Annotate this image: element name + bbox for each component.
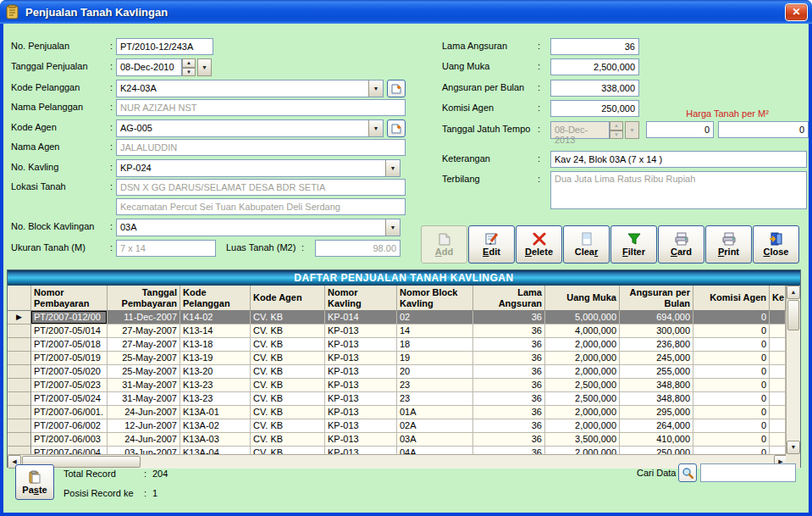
dropdown-arrow-icon[interactable]: ▼ bbox=[385, 219, 400, 236]
table-cell: 20 bbox=[397, 365, 473, 379]
tanggal-penjualan-value[interactable]: 08-Dec-2010 bbox=[116, 58, 182, 76]
spin-up-icon[interactable]: ▲ bbox=[182, 58, 196, 68]
table-cell: KP-013 bbox=[325, 365, 397, 379]
row-selector[interactable] bbox=[8, 433, 31, 447]
row-selector[interactable] bbox=[8, 406, 31, 419]
dropdown-arrow-icon[interactable]: ▼ bbox=[368, 80, 383, 97]
search-input[interactable] bbox=[700, 463, 796, 482]
clear-button[interactable]: Clear bbox=[563, 225, 610, 264]
table-row[interactable]: PT/2007-06/00324-Jun-2007K13A-03CV. KBKP… bbox=[8, 433, 786, 447]
row-selector[interactable] bbox=[8, 338, 31, 352]
table-cell: K13A-04 bbox=[180, 447, 251, 454]
delete-button[interactable]: Delete bbox=[516, 225, 562, 264]
uang-muka-input[interactable] bbox=[550, 58, 639, 75]
tanggal-penjualan-picker[interactable]: 08-Dec-2010 ▲ ▼ ▼ bbox=[116, 58, 212, 76]
add-agen-button[interactable] bbox=[387, 119, 406, 137]
table-cell: 23 bbox=[397, 379, 473, 392]
kode-agen-combo[interactable]: AG-005 ▼ bbox=[116, 119, 384, 137]
table-cell: 19 bbox=[397, 352, 473, 365]
table-cell: K13-23 bbox=[180, 379, 251, 392]
harga-tanah-input-2[interactable] bbox=[718, 121, 809, 138]
table-cell bbox=[770, 406, 786, 419]
row-selector[interactable] bbox=[8, 419, 31, 433]
table-row[interactable]: PT/2007-06/00403-Jun-2007K13A-04CV. KBKP… bbox=[8, 447, 786, 454]
vscroll-thumb[interactable] bbox=[787, 300, 799, 330]
table-cell: 31-May-2007 bbox=[108, 379, 180, 392]
kode-agen-value: AG-005 bbox=[117, 120, 368, 136]
column-header[interactable]: Nomor Pembayaran bbox=[31, 286, 108, 311]
no-block-combo[interactable]: 03A ▼ bbox=[116, 219, 400, 236]
spin-down-icon[interactable]: ▼ bbox=[182, 68, 196, 77]
table-cell: 18 bbox=[397, 338, 473, 352]
komisi-agen-input[interactable] bbox=[550, 100, 639, 117]
filter-button[interactable]: Filter bbox=[610, 225, 657, 264]
no-block-label: No. Block Kavlingan bbox=[11, 221, 94, 231]
harga-tanah-input-1[interactable] bbox=[646, 121, 714, 138]
lama-angsuran-input[interactable] bbox=[550, 38, 639, 55]
row-selector[interactable] bbox=[8, 352, 31, 365]
keterangan-input[interactable] bbox=[550, 151, 807, 168]
table-row[interactable]: PT/2007-05/02025-May-2007K13-20CV. KBKP-… bbox=[8, 365, 786, 379]
dropdown-arrow-icon[interactable]: ▼ bbox=[385, 160, 400, 176]
angsuran-per-bulan-input[interactable] bbox=[550, 80, 639, 97]
table-cell: KP-013 bbox=[325, 447, 397, 454]
table-cell: 0 bbox=[693, 325, 770, 338]
column-header[interactable]: Ke bbox=[770, 286, 786, 311]
table-row[interactable]: PT/2007-06/00212-Jun-2007K13A-02CV. KBKP… bbox=[8, 419, 786, 433]
row-selector[interactable] bbox=[8, 392, 31, 406]
horizontal-scrollbar[interactable]: ◀ ▶ bbox=[8, 454, 787, 469]
column-header[interactable]: Uang Muka bbox=[545, 286, 620, 311]
dropdown-arrow-icon[interactable]: ▼ bbox=[368, 120, 383, 136]
column-header[interactable]: Tanggal Pembayaran bbox=[108, 286, 180, 311]
row-selector[interactable] bbox=[8, 365, 31, 379]
scroll-up-icon[interactable]: ▲ bbox=[787, 286, 800, 299]
no-kavling-combo[interactable]: KP-024 ▼ bbox=[116, 159, 400, 177]
table-row[interactable]: PT/2007-06/001.24-Jun-2007K13A-01CV. KBK… bbox=[8, 406, 786, 419]
column-header[interactable]: Kode Pelanggan bbox=[180, 286, 251, 311]
table-cell: CV. KB bbox=[251, 406, 325, 419]
close-form-button[interactable]: Close bbox=[753, 225, 799, 264]
table-cell: 0 bbox=[693, 379, 770, 392]
table-cell: 2,000,000 bbox=[545, 419, 620, 433]
column-header[interactable]: Lama Angsuran bbox=[473, 286, 545, 311]
table-cell: 0 bbox=[693, 392, 770, 406]
calendar-dropdown-icon[interactable]: ▼ bbox=[197, 58, 212, 76]
column-header[interactable]: Angsuran per Bulan bbox=[620, 286, 693, 311]
row-selector-icon[interactable]: ▶ bbox=[8, 311, 31, 325]
colon: : bbox=[144, 469, 146, 479]
paste-button[interactable]: Paste bbox=[15, 464, 54, 500]
table-row[interactable]: PT/2007-05/02331-May-2007K13-23CV. KBKP-… bbox=[8, 379, 786, 392]
search-button[interactable] bbox=[678, 463, 697, 482]
row-selector[interactable] bbox=[8, 379, 31, 392]
row-selector[interactable] bbox=[8, 447, 31, 454]
table-cell: 36 bbox=[473, 433, 545, 447]
column-header[interactable]: Nomor Block Kavling bbox=[397, 286, 473, 311]
table-row[interactable]: PT/2007-05/01925-May-2007K13-19CV. KBKP-… bbox=[8, 352, 786, 365]
app-icon bbox=[5, 4, 20, 19]
kode-pelanggan-combo[interactable]: K24-03A ▼ bbox=[116, 80, 384, 97]
no-penjualan-input[interactable] bbox=[116, 38, 213, 55]
column-header[interactable]: Komisi Agen bbox=[693, 286, 770, 311]
table-cell: CV. KB bbox=[251, 379, 325, 392]
table-row[interactable]: PT/2007-05/02431-May-2007K13-23CV. KBKP-… bbox=[8, 392, 786, 406]
column-header[interactable]: Nomor Kavling bbox=[325, 286, 397, 311]
table-row[interactable]: PT/2007-05/01427-May-2007K13-14CV. KBKP-… bbox=[8, 325, 786, 338]
print-button[interactable]: Print bbox=[705, 225, 752, 264]
data-grid: DAFTAR PENJUALAN TANAH KAVLINGAN Nomor P… bbox=[7, 269, 801, 468]
scroll-down-icon[interactable]: ▼ bbox=[787, 441, 800, 454]
close-button[interactable]: ✕ bbox=[785, 3, 808, 21]
table-row[interactable]: PT/2007-05/01827-May-2007K13-18CV. KBKP-… bbox=[8, 338, 786, 352]
column-header[interactable]: Kode Agen bbox=[251, 286, 325, 311]
add-pelanggan-button[interactable] bbox=[387, 80, 406, 97]
table-row[interactable]: ▶PT/2007-012/0011-Dec-2007K14-02CV. KBKP… bbox=[8, 311, 786, 325]
table-cell: 236,800 bbox=[620, 338, 693, 352]
posisi-record-value: 1 bbox=[152, 488, 157, 498]
table-cell bbox=[770, 311, 786, 325]
vertical-scrollbar[interactable]: ▲ ▼ bbox=[786, 286, 800, 454]
card-button[interactable]: Card bbox=[658, 225, 704, 264]
row-selector[interactable] bbox=[8, 325, 31, 338]
edit-button[interactable]: Edit bbox=[468, 225, 515, 264]
table-cell: KP-013 bbox=[325, 392, 397, 406]
table-cell: K13A-01 bbox=[180, 406, 251, 419]
table-cell: CV. KB bbox=[251, 365, 325, 379]
